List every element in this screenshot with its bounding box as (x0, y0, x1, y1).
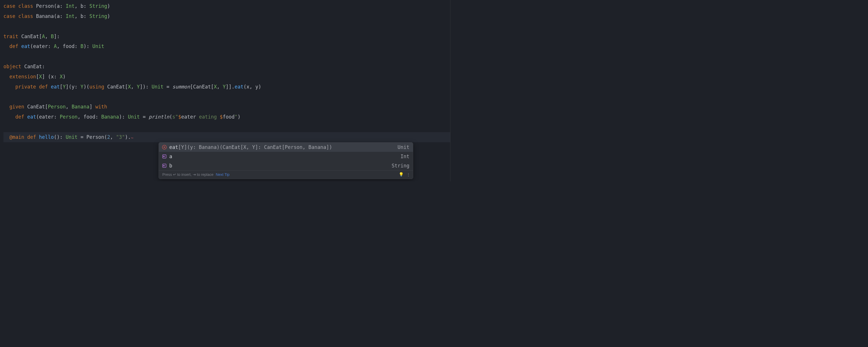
code-token: ]]. (226, 84, 235, 90)
code-token: Banana (101, 114, 119, 120)
completion-item[interactable]: aInt (159, 152, 413, 161)
code-token: trait (3, 34, 21, 39)
code-token: ) (238, 114, 241, 120)
code-token: = (163, 84, 173, 90)
code-token: $ (178, 114, 181, 120)
code-token: , (75, 13, 81, 19)
code-token: 2 (107, 134, 110, 140)
code-token: "3" (116, 134, 125, 140)
code-token (3, 134, 9, 140)
code-token: ) (258, 84, 261, 90)
code-token: ) (63, 74, 66, 80)
code-line[interactable]: @main def hello(): Unit = Person(2, "3")… (3, 132, 450, 142)
code-token: ]): (140, 84, 152, 90)
code-token: food (223, 114, 235, 120)
code-line[interactable]: trait CanEat[A, B]: (3, 32, 450, 42)
code-line[interactable]: def eat(eater: Person, food: Banana): Un… (3, 112, 450, 122)
code-token: [ (45, 104, 48, 109)
code-line[interactable]: given CanEat[Person, Banana] with (3, 102, 450, 112)
code-token: [ (125, 84, 128, 90)
code-token: extension (9, 74, 36, 80)
code-token (3, 84, 16, 90)
completion-item[interactable]: eat[Y](y: Banana)(CanEat[X, Y]: CanEat[P… (159, 143, 413, 152)
code-token: , (75, 3, 81, 9)
code-token: ): (119, 114, 128, 120)
field-icon (162, 154, 167, 159)
code-token: Unit (92, 43, 104, 49)
code-line[interactable] (3, 22, 450, 32)
code-token: Person (60, 114, 78, 120)
code-token: CanEat (21, 34, 39, 39)
code-token: ( (54, 13, 57, 19)
code-token: : (95, 114, 101, 120)
code-line[interactable]: extension[X] (x: X) (3, 72, 450, 82)
code-token: hello (39, 134, 54, 140)
code-line[interactable] (3, 92, 450, 102)
code-line[interactable] (3, 122, 450, 132)
code-token: eating (196, 114, 220, 120)
code-token (3, 43, 9, 49)
code-token: eater (33, 43, 48, 49)
code-token: ~ (131, 135, 133, 140)
code-token: given (9, 104, 27, 109)
code-token: def (27, 134, 39, 140)
code-token: CanEat (193, 84, 211, 90)
completion-item[interactable]: bString (159, 161, 413, 170)
code-token: b (81, 13, 83, 19)
code-token: = (78, 134, 87, 140)
code-line[interactable]: private def eat[Y](y: Y)(using CanEat[X,… (3, 82, 450, 92)
code-token: X (128, 84, 131, 90)
code-token: object (3, 64, 24, 69)
code-line[interactable] (3, 52, 450, 62)
code-editor[interactable]: case class Person(a: Int, b: String)case… (0, 0, 454, 144)
code-token: B (81, 43, 83, 49)
code-token: : (54, 74, 60, 80)
next-tip-link[interactable]: Next Tip (216, 172, 230, 177)
code-token: Unit (128, 114, 140, 120)
code-token: case (3, 13, 18, 19)
code-token: ( (243, 84, 246, 90)
code-token: class (18, 13, 36, 19)
code-token: : (54, 114, 60, 120)
method-icon (162, 145, 167, 150)
code-line[interactable]: def eat(eater: A, food: B): Unit (3, 41, 450, 52)
completion-item-label: a (169, 154, 172, 159)
code-token: Y (81, 84, 83, 90)
code-token: with (95, 104, 107, 109)
code-token: Y (223, 84, 226, 90)
code-token: x (51, 74, 54, 80)
code-token: = (140, 114, 149, 120)
code-token: Int (66, 3, 75, 9)
code-line[interactable]: case class Banana(a: Int, b: String) (3, 11, 450, 22)
error-stripe-gutter[interactable] (450, 0, 454, 181)
code-token: A (54, 43, 57, 49)
code-token: CanEat (24, 64, 42, 69)
code-token: eater (181, 114, 196, 120)
code-token: CanEat (107, 84, 125, 90)
code-token: def (16, 114, 27, 120)
code-token: private (16, 84, 39, 90)
code-line[interactable]: case class Person(a: Int, b: String) (3, 1, 450, 11)
code-token: Y (63, 84, 66, 90)
code-token: Unit (66, 134, 78, 140)
code-line[interactable]: object CanEat: (3, 62, 450, 72)
code-token: Person (48, 104, 66, 109)
code-token: : (48, 43, 54, 49)
code-token: CanEat (27, 104, 45, 109)
code-token: [ (39, 34, 42, 39)
code-token: : (83, 3, 89, 9)
code-token: case (3, 3, 18, 9)
code-token: ) (107, 13, 110, 19)
code-token: , (217, 84, 222, 90)
code-token: eat (51, 84, 60, 90)
code-token: def (9, 43, 21, 49)
intention-bulb-icon[interactable]: 💡 (399, 172, 404, 177)
code-token: : (75, 43, 81, 49)
code-token: eater (39, 114, 54, 120)
code-token: x (247, 84, 249, 90)
code-token: @main (9, 134, 27, 140)
more-options-icon[interactable]: ⋮ (406, 172, 410, 177)
code-token: A (42, 34, 45, 39)
completion-item-type: Int (400, 154, 409, 159)
code-token: String (89, 13, 107, 19)
